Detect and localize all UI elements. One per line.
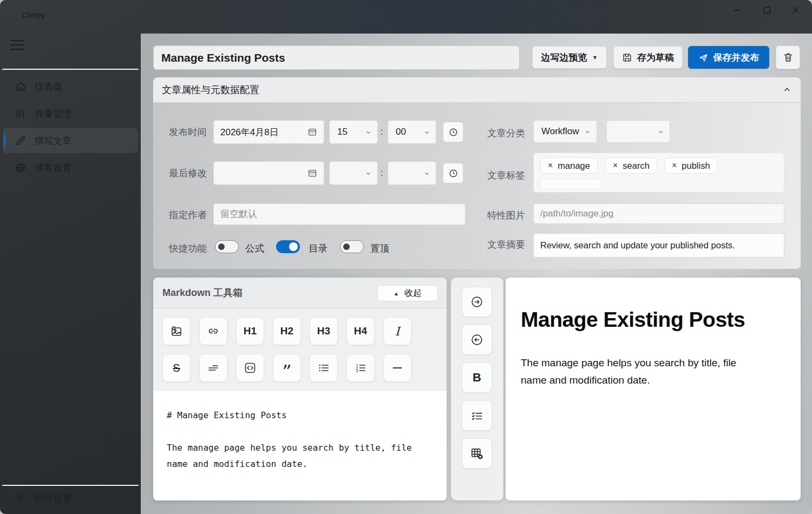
category-select-2[interactable] <box>606 120 670 143</box>
horizontal-rule-button[interactable] <box>383 354 411 382</box>
heading4-button[interactable]: H4 <box>346 317 375 345</box>
clock-icon <box>448 127 459 137</box>
formula-toggle[interactable] <box>215 240 239 253</box>
svg-text:3: 3 <box>356 369 358 373</box>
side-toolbar: B <box>451 278 503 500</box>
publish-date-value: 2026年4月8日 <box>220 126 279 139</box>
toc-toggle[interactable] <box>276 240 300 253</box>
indent-button[interactable] <box>199 354 227 382</box>
numbered-list-icon: 123 <box>354 361 367 374</box>
clock-icon <box>448 168 459 179</box>
markdown-editor[interactable]: # Manage Existing Posts The manage page … <box>153 391 447 500</box>
indent-icon <box>207 361 220 374</box>
bullet-list-button[interactable] <box>310 354 338 382</box>
sidebar-item-dashboard[interactable]: 仪表盘 <box>3 74 138 99</box>
publish-date-picker[interactable]: 2026年4月8日 <box>213 120 324 144</box>
publish-clock-button[interactable] <box>443 122 463 142</box>
sidebar-item-label: 撰写文章 <box>35 135 71 147</box>
heading3-button[interactable]: H3 <box>310 317 338 345</box>
strikethrough-button[interactable]: S <box>162 354 191 382</box>
send-icon <box>698 52 709 63</box>
markdown-toolbox-title: Markdown 工具箱 <box>162 286 243 299</box>
close-button[interactable] <box>784 1 807 19</box>
modified-clock-button[interactable] <box>443 163 463 183</box>
publish-hour-select[interactable]: 15 <box>329 120 378 144</box>
publish-label: 保存并发布 <box>713 51 759 64</box>
metadata-section-header[interactable]: 文章属性与元数据配置 <box>153 77 801 103</box>
tag-label: manage <box>558 161 590 171</box>
numbered-list-button[interactable]: 123 <box>346 354 375 382</box>
tag-chip[interactable]: × publish <box>664 157 718 174</box>
pin-toggle[interactable] <box>340 240 364 253</box>
quick-functions-label: 快捷功能 <box>147 242 207 255</box>
modified-minute-select[interactable] <box>388 161 436 185</box>
task-list-button[interactable] <box>462 400 492 431</box>
preview-mode-button[interactable]: 边写边预览 ▼ <box>532 46 607 69</box>
sidebar-item-blog-settings[interactable]: 博客设置 <box>3 155 138 180</box>
time-separator: : <box>381 127 383 137</box>
delete-button[interactable] <box>776 45 800 69</box>
tag-chip[interactable]: × manage <box>540 157 598 174</box>
sidebar-item-label: 博客设置 <box>35 162 71 174</box>
insert-image-button[interactable] <box>162 317 191 345</box>
toc-toggle-label: 目录 <box>309 242 328 255</box>
heading1-button[interactable]: H1 <box>236 317 264 345</box>
remove-tag-icon[interactable]: × <box>613 161 618 170</box>
sidebar-item-storage[interactable]: 存量管理 <box>3 101 138 126</box>
save-draft-button[interactable]: 存为草稿 <box>613 46 683 69</box>
author-input[interactable] <box>213 203 466 225</box>
quote-button[interactable]: ” <box>273 354 301 382</box>
minimize-icon <box>733 6 742 15</box>
minimize-button[interactable] <box>726 1 749 19</box>
h4-glyph: H4 <box>354 325 367 337</box>
heading2-button[interactable]: H2 <box>273 317 301 345</box>
app-title: Chirpy <box>22 10 45 19</box>
gear-icon <box>14 492 27 504</box>
modified-hour-select[interactable] <box>329 161 378 185</box>
category-label: 文章分类 <box>466 127 525 140</box>
preview-paragraph: The manage page helps you search by titl… <box>521 354 736 389</box>
preview-heading: Manage Existing Posts <box>521 308 745 332</box>
menu-toggle-button[interactable] <box>10 38 24 51</box>
sidebar-item-app-settings[interactable]: 软件设置 <box>3 486 138 511</box>
horizontal-rule-icon <box>391 361 404 374</box>
code-block-button[interactable] <box>236 354 264 382</box>
italic-icon: I <box>395 325 400 338</box>
remove-tag-icon[interactable]: × <box>672 161 677 170</box>
summary-input[interactable] <box>533 233 784 258</box>
tags-container[interactable]: × manage × search × publish <box>533 153 784 193</box>
metadata-section-title: 文章属性与元数据配置 <box>162 83 259 96</box>
modified-date-picker[interactable] <box>213 161 324 185</box>
h2-glyph: H2 <box>280 325 293 337</box>
sidebar-item-write[interactable]: 撰写文章 <box>3 128 138 153</box>
feature-image-input[interactable] <box>533 203 784 224</box>
sidebar-item-label: 软件设置 <box>35 492 71 505</box>
last-modified-label: 最后修改 <box>147 167 207 180</box>
maximize-icon <box>763 6 771 15</box>
save-icon <box>622 52 632 63</box>
publish-button[interactable]: 保存并发布 <box>688 46 769 69</box>
remove-tag-icon[interactable]: × <box>548 161 553 170</box>
maximize-button[interactable] <box>756 1 778 19</box>
formula-toggle-label: 公式 <box>245 242 264 255</box>
post-title-input[interactable] <box>153 45 520 70</box>
markdown-panel: Markdown 工具箱 ▲ 收起 H1 H2 H3 H4 I S ” 1 <box>153 278 447 500</box>
publish-minute-select[interactable]: 00 <box>388 120 436 144</box>
sidebar-divider-top <box>2 69 139 70</box>
collapse-toolbox-button[interactable]: ▲ 收起 <box>377 285 438 301</box>
tag-chip[interactable]: × search <box>605 157 657 174</box>
category-select-1[interactable]: Workflow <box>533 120 597 143</box>
insert-link-button[interactable] <box>199 317 227 345</box>
toggle-knob <box>289 242 298 251</box>
dropdown-arrow-icon: ▼ <box>592 54 598 61</box>
pencil-icon <box>14 135 27 147</box>
save-draft-label: 存为草稿 <box>637 51 674 64</box>
italic-button[interactable]: I <box>383 317 411 345</box>
insert-table-button[interactable] <box>462 438 492 469</box>
move-right-button[interactable] <box>462 287 492 317</box>
bold-button[interactable]: B <box>462 363 492 393</box>
task-list-icon <box>470 409 484 423</box>
preview-pane: Manage Existing Posts The manage page he… <box>506 278 801 500</box>
new-tag-input[interactable] <box>540 179 601 189</box>
move-left-button[interactable] <box>462 325 492 355</box>
